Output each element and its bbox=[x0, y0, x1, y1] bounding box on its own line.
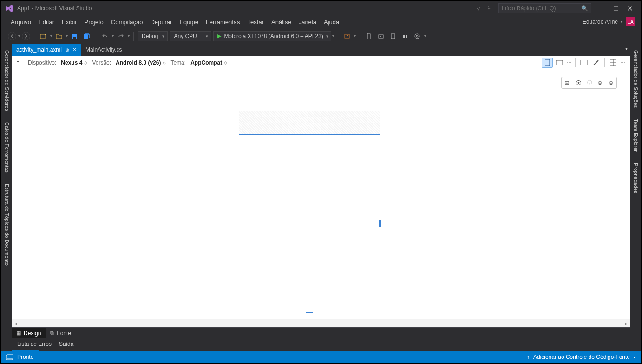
menu-ferramentas[interactable]: Ferramentas bbox=[202, 17, 244, 27]
device-combo[interactable]: Nexus 4◇ bbox=[61, 59, 87, 66]
android-sdk-button[interactable] bbox=[376, 31, 386, 41]
nav-forward-button[interactable] bbox=[22, 32, 30, 40]
close-tab-icon[interactable]: × bbox=[73, 46, 76, 53]
user-name[interactable]: Eduardo Arine bbox=[583, 19, 618, 25]
menu-testar[interactable]: Testar bbox=[244, 17, 268, 27]
user-avatar[interactable]: EA bbox=[626, 17, 635, 26]
start-debug-button[interactable]: ▶ Motorola XT1078 (Android 6.0 – API 23) bbox=[213, 31, 331, 41]
more-options-icon[interactable]: ⋯ bbox=[620, 58, 626, 68]
menu-projeto[interactable]: Projeto bbox=[81, 17, 107, 27]
redo-button[interactable] bbox=[116, 31, 126, 41]
fit-screen-icon[interactable]: ⊞ bbox=[564, 79, 570, 86]
debug-target-label: Motorola XT1078 (Android 6.0 – API 23) bbox=[224, 33, 323, 39]
open-file-button[interactable] bbox=[54, 31, 64, 41]
nav-back-button[interactable] bbox=[8, 32, 16, 40]
orientation-portrait-button[interactable] bbox=[542, 58, 553, 68]
close-button[interactable] bbox=[623, 3, 637, 14]
quick-launch-input[interactable]: Início Rápido (Ctrl+Q) 🔍 bbox=[498, 3, 591, 13]
rail-gerenciador-de-soluções[interactable]: Gerenciador de Soluções bbox=[631, 46, 641, 112]
zoom-in-icon[interactable]: ⊕ bbox=[597, 79, 603, 86]
feedback-icon[interactable]: ⚐ bbox=[484, 5, 495, 12]
tab-label: MainActivity.cs bbox=[85, 46, 122, 53]
chevron-down-icon[interactable]: ▾ bbox=[621, 20, 623, 24]
save-all-button[interactable] bbox=[82, 31, 92, 41]
svg-rect-1 bbox=[614, 6, 618, 11]
pin-icon[interactable]: ⊕ bbox=[66, 47, 69, 52]
source-view-tab[interactable]: ⧉ Fonte bbox=[46, 328, 76, 339]
highlight-button[interactable] bbox=[590, 58, 602, 68]
chevron-down-icon[interactable]: ▾ bbox=[112, 34, 114, 38]
tabs-overflow-icon[interactable]: ▾ bbox=[625, 46, 628, 51]
rail-estrutura-de-tópicos-do-documento[interactable]: Estrutura de Tópicos do Documento bbox=[1, 180, 12, 270]
chevron-down-icon[interactable]: ▾ bbox=[332, 34, 334, 38]
minimize-button[interactable] bbox=[595, 3, 609, 14]
android-adb-button[interactable] bbox=[400, 31, 410, 41]
menu-compilação[interactable]: Compilação bbox=[107, 17, 147, 27]
solution-platform-combo[interactable]: Any CPU bbox=[170, 31, 211, 41]
chevron-down-icon[interactable]: ▾ bbox=[66, 34, 68, 38]
menu-ajuda[interactable]: Ajuda bbox=[320, 17, 343, 27]
design-view-tab[interactable]: ▦ Design bbox=[12, 328, 46, 339]
svg-rect-9 bbox=[391, 34, 395, 39]
rail-caixa-de-ferramentas[interactable]: Caixa de Ferramentas bbox=[1, 118, 12, 177]
horizontal-scrollbar[interactable]: ◂ ▸ bbox=[12, 319, 630, 327]
left-tool-rail: Gerenciador de ServidoresCaixa de Ferram… bbox=[1, 44, 12, 351]
menu-análise[interactable]: Análise bbox=[268, 17, 295, 27]
theme-combo[interactable]: AppCompat◇ bbox=[190, 59, 227, 66]
solution-config-combo[interactable]: Debug bbox=[138, 31, 168, 41]
scroll-left-icon[interactable]: ◂ bbox=[15, 321, 17, 326]
svg-point-12 bbox=[415, 34, 419, 39]
menu-depurar[interactable]: Depurar bbox=[146, 17, 176, 27]
error-list-tab[interactable]: Lista de Erros bbox=[17, 341, 52, 347]
design-tab-label: Design bbox=[24, 330, 41, 337]
version-combo[interactable]: Android 8.0 (v26)◇ bbox=[116, 59, 166, 66]
layout-icon[interactable] bbox=[16, 60, 23, 65]
tab-mainactivity[interactable]: MainActivity.cs bbox=[81, 44, 126, 56]
device-log-button[interactable] bbox=[364, 31, 374, 41]
svg-rect-21 bbox=[7, 354, 13, 359]
tab-activity-main[interactable]: activity_main.axml ⊕ × bbox=[12, 44, 81, 56]
more-options-icon[interactable]: ⋯ bbox=[566, 58, 572, 68]
svg-rect-4 bbox=[73, 37, 76, 39]
chevron-down-icon[interactable]: ▾ bbox=[50, 34, 52, 38]
notifications-icon[interactable]: ▽ bbox=[472, 5, 484, 12]
svg-rect-15 bbox=[17, 61, 19, 62]
rail-team-explorer[interactable]: Team Explorer bbox=[631, 115, 641, 156]
menu-editar[interactable]: Editar bbox=[35, 17, 58, 27]
menu-janela[interactable]: Janela bbox=[295, 17, 320, 27]
rail-propriedades[interactable]: Propriedades bbox=[631, 159, 641, 197]
device-layout-frame[interactable] bbox=[239, 134, 380, 312]
status-text: Pronto bbox=[17, 354, 33, 360]
output-tab[interactable]: Saída bbox=[59, 341, 73, 347]
rail-gerenciador-de-servidores[interactable]: Gerenciador de Servidores bbox=[1, 46, 12, 115]
svg-point-13 bbox=[416, 35, 418, 37]
chevron-up-icon[interactable]: ▴ bbox=[634, 355, 636, 359]
chevron-down-icon[interactable]: ▾ bbox=[424, 34, 426, 38]
chevron-down-icon[interactable]: ▾ bbox=[128, 34, 130, 38]
scroll-right-icon[interactable]: ▸ bbox=[625, 321, 627, 326]
right-tool-rail: Gerenciador de SoluçõesTeam ExplorerProp… bbox=[630, 44, 641, 351]
grid-button[interactable] bbox=[608, 58, 619, 68]
zoom-actual-icon[interactable]: ⦿ bbox=[576, 79, 582, 86]
orientation-landscape-button[interactable] bbox=[554, 58, 565, 68]
device-status-bar-ghost bbox=[239, 111, 380, 134]
chevron-down-icon[interactable]: ▾ bbox=[18, 34, 20, 38]
menu-exibir[interactable]: Exibir bbox=[58, 17, 81, 27]
menu-arquivo[interactable]: Arquivo bbox=[7, 17, 35, 27]
maximize-button[interactable] bbox=[609, 3, 623, 14]
android-emulator-button[interactable] bbox=[388, 31, 398, 41]
menu-equipe[interactable]: Equipe bbox=[176, 17, 202, 27]
undo-button[interactable] bbox=[100, 31, 110, 41]
version-label: Versão: bbox=[92, 59, 111, 66]
title-bar: App1 - Microsoft Visual Studio ▽ ⚐ Iníci… bbox=[1, 1, 641, 15]
svg-rect-10 bbox=[403, 35, 405, 38]
device-frame-button[interactable] bbox=[578, 58, 590, 68]
toolbar-icon-1[interactable] bbox=[342, 31, 352, 41]
new-project-button[interactable] bbox=[38, 31, 48, 41]
save-button[interactable] bbox=[70, 31, 80, 41]
source-control-button[interactable]: Adicionar ao Controle do Código-Fonte bbox=[533, 354, 630, 360]
designer-canvas[interactable]: ⊞ ⦿ ⦾ ⊕ ⊖ bbox=[12, 69, 630, 319]
archive-button[interactable] bbox=[412, 31, 422, 41]
zoom-out-icon[interactable]: ⊖ bbox=[609, 79, 614, 86]
chevron-down-icon[interactable]: ▾ bbox=[354, 34, 356, 38]
